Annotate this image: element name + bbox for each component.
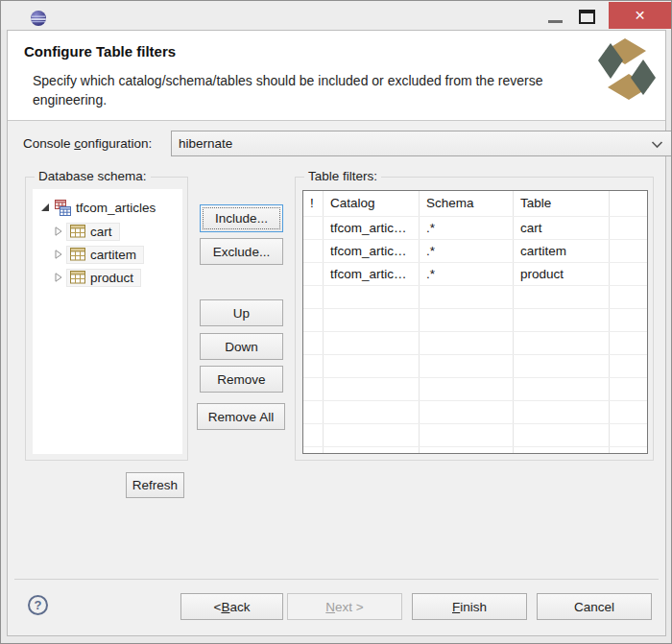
page-title: Configure Table filters [24,43,176,60]
table-icon [70,271,85,284]
help-button[interactable]: ? [28,595,48,615]
schema-icon [55,200,71,216]
tree-item-product[interactable]: product [54,267,141,288]
hibernate-logo-icon [597,37,657,101]
include-button[interactable]: Include... [200,204,283,232]
cell-catalog: tfcom_artic… [330,221,417,235]
cell-table: cart [520,221,607,235]
down-button[interactable]: Down [200,333,283,360]
table-icon [70,225,85,238]
page-description-line2: engineering. [33,92,107,107]
back-button[interactable]: < Back [180,593,283,620]
table-filters-table[interactable]: ! Catalog Schema Table tfcom_artic… .* c… [302,190,648,454]
console-configuration-value: hibernate [179,136,232,151]
database-schema-group: Database schema: [25,177,188,461]
help-icon: ? [35,598,42,612]
close-icon: ✕ [635,8,646,23]
column-header-table[interactable]: Table [520,196,551,210]
chevron-down-icon [651,141,663,149]
cell-catalog: tfcom_artic… [330,267,417,281]
finish-button[interactable]: Finish [412,593,527,620]
cancel-button[interactable]: Cancel [537,593,652,620]
tree-expanded-arrow-icon[interactable] [40,203,50,212]
table-filters-group: Table filters: ! Catalog Schema Table tf… [295,177,654,461]
tree-item-label: product [90,271,133,285]
tree-collapsed-arrow-icon[interactable] [54,227,63,236]
table-row[interactable]: tfcom_artic… .* product [303,263,647,286]
table-header-row: ! Catalog Schema Table [303,191,647,216]
wizard-header: Configure Table filters Specify which ca… [8,31,665,121]
table-filters-group-label: Table filters: [304,169,381,183]
column-header-catalog[interactable]: Catalog [330,196,375,210]
next-button[interactable]: Next > [287,593,402,620]
cell-table: product [520,267,607,281]
table-row[interactable]: tfcom_artic… .* cart [303,217,647,240]
minimize-button[interactable] [548,20,563,23]
tree-item-label: cart [90,225,112,239]
console-configuration-select[interactable]: hibernate [171,131,672,156]
cell-schema: .* [426,267,509,281]
database-schema-group-label: Database schema: [35,169,151,183]
up-button[interactable]: Up [200,299,283,326]
dialog-panel: Configure Table filters Specify which ca… [7,30,666,636]
footer-separator [14,579,659,580]
remove-button[interactable]: Remove [200,366,283,393]
title-bar[interactable]: ✕ [1,1,671,30]
cell-schema: .* [426,244,509,258]
console-configuration-label: Console configuration: [23,136,152,151]
tree-item-cart[interactable]: cart [54,221,120,242]
table-row[interactable]: tfcom_artic… .* cartitem [303,240,647,263]
exclude-button[interactable]: Exclude... [200,238,283,265]
cell-schema: .* [426,221,509,235]
column-header-flag[interactable]: ! [310,196,314,210]
page-description-line1: Specify which catalog/schema/tables shou… [33,73,543,88]
remove-all-button[interactable]: Remove All [197,403,285,430]
tree-item-cartitem[interactable]: cartitem [54,244,144,265]
dialog-window: ✕ Configure Table filters Specify which … [0,0,672,644]
column-header-schema[interactable]: Schema [426,196,474,210]
close-button[interactable]: ✕ [609,2,671,29]
table-icon [70,248,85,261]
tree-collapsed-arrow-icon[interactable] [54,250,63,259]
refresh-button[interactable]: Refresh [126,472,184,498]
cell-catalog: tfcom_artic… [330,244,417,258]
tree-item-label: cartitem [90,248,136,262]
database-schema-tree[interactable]: tfcom_articles cart [33,189,182,454]
eclipse-icon [30,10,47,27]
tree-item-root[interactable]: tfcom_articles [40,197,156,218]
maximize-button[interactable] [579,10,595,24]
cell-table: cartitem [520,244,607,258]
tree-collapsed-arrow-icon[interactable] [54,273,63,282]
tree-item-label: tfcom_articles [76,201,156,215]
